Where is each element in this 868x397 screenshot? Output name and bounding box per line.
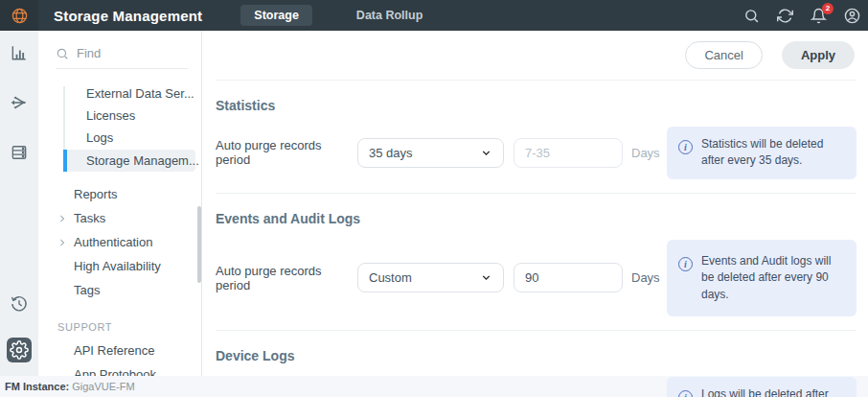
action-bar: Cancel Apply — [216, 31, 857, 81]
chevron-right-icon — [57, 236, 67, 245]
fm-instance-label: FM Instance: — [5, 381, 69, 392]
events-info-callout: i Events and Audit logs will be deleted … — [667, 240, 857, 316]
inventory-server-icon[interactable] — [7, 140, 32, 165]
section-heading: Events and Audit Logs — [216, 211, 857, 226]
unit-label: Days — [631, 146, 660, 160]
refresh-icon[interactable] — [777, 8, 793, 24]
statistics-info-callout: i Statistics will be deleted after every… — [667, 127, 857, 179]
section-heading: Statistics — [216, 98, 857, 113]
section-heading: Device Logs — [216, 348, 857, 363]
icon-rail — [0, 31, 38, 376]
support-section-header: SUPPORT — [38, 302, 201, 339]
notification-badge: 2 — [822, 3, 834, 14]
notifications-bell-icon[interactable]: 2 — [811, 8, 827, 24]
main-content: Cancel Apply Statistics Auto purge recor… — [202, 31, 868, 376]
sidebar-item-authentication[interactable]: Authentication — [38, 230, 201, 254]
info-icon: i — [678, 140, 693, 154]
analytics-chart-icon[interactable] — [7, 40, 32, 65]
profile-icon[interactable] — [844, 8, 860, 24]
globe-logo-icon — [11, 7, 29, 25]
settings-gear-icon[interactable] — [7, 338, 32, 362]
sidebar-item-reports[interactable]: Reports — [38, 182, 201, 206]
tab-storage[interactable]: Storage — [240, 5, 312, 26]
sidebar-item-storage-management[interactable]: Storage Managem... — [38, 149, 201, 173]
field-label: Auto purge records period — [216, 264, 357, 292]
tab-data-rollup[interactable]: Data Rollup — [356, 9, 423, 22]
sidebar-item-high-availability[interactable]: High Availability — [38, 254, 201, 278]
sidebar-search[interactable] — [56, 46, 188, 69]
search-icon — [56, 47, 69, 60]
chevron-down-icon — [480, 271, 492, 284]
statistics-days-input[interactable] — [514, 138, 623, 168]
info-icon: i — [678, 390, 693, 397]
apply-button[interactable]: Apply — [782, 41, 855, 69]
section-events-audit-logs: Events and Audit Logs Auto purge records… — [216, 194, 857, 331]
events-period-select[interactable]: Custom — [357, 263, 504, 292]
sidebar-item-app-protobook[interactable]: App Protobook — [38, 362, 201, 376]
app-logo[interactable] — [0, 0, 38, 31]
sidebar-nav: External Data Ser... Licenses Logs Stora… — [38, 82, 201, 376]
statistics-period-select[interactable]: 35 days — [357, 138, 504, 168]
sidebar-item-tags[interactable]: Tags — [38, 278, 201, 302]
fm-instance-value: GigaVUE-FM — [72, 381, 134, 392]
chevron-right-icon — [57, 212, 67, 222]
app-header: Storage Management Storage Data Rollup 2 — [0, 0, 868, 31]
selected-indicator — [63, 150, 67, 172]
sidebar: External Data Ser... Licenses Logs Stora… — [38, 31, 202, 376]
events-days-input[interactable] — [514, 263, 623, 292]
sidebar-scrollbar[interactable] — [197, 206, 201, 283]
header-icons: 2 — [743, 8, 868, 24]
device-logs-info-callout: i Logs will be deleted after every 30 da… — [667, 377, 857, 397]
page-title: Storage Management — [54, 8, 202, 24]
find-input[interactable] — [77, 46, 188, 60]
traffic-arrows-icon[interactable] — [7, 90, 32, 115]
sidebar-item-api-reference[interactable]: API Reference — [38, 339, 201, 362]
history-clock-icon[interactable] — [7, 292, 32, 316]
sidebar-item-tasks[interactable]: Tasks — [38, 206, 201, 230]
field-label: Auto purge records period — [216, 138, 357, 167]
search-icon[interactable] — [743, 8, 760, 24]
cancel-button[interactable]: Cancel — [685, 41, 762, 69]
unit-label: Days — [631, 270, 660, 285]
header-tabs: Storage Data Rollup — [240, 5, 423, 26]
info-icon: i — [678, 257, 693, 271]
section-statistics: Statistics Auto purge records period 35 … — [216, 81, 857, 194]
chevron-down-icon — [480, 147, 492, 159]
